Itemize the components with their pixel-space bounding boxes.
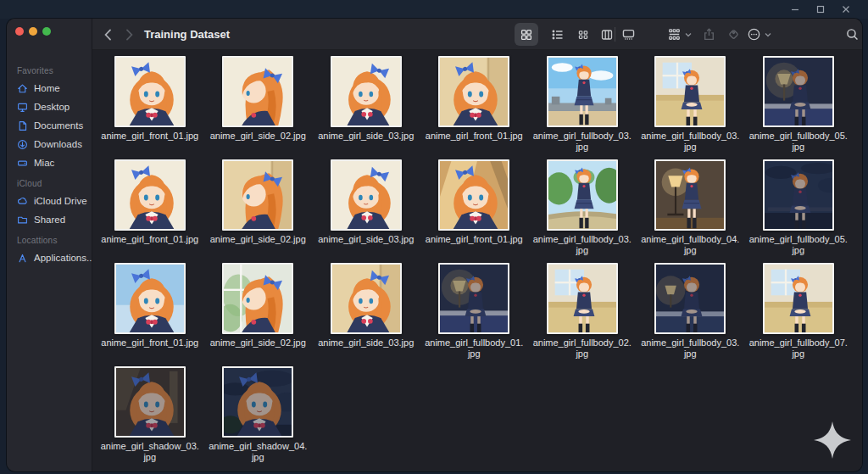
file-item[interactable]: anime_girl_fullbody_07. jpg bbox=[744, 263, 853, 366]
file-item[interactable]: anime_girl_shadow_04. jpg bbox=[204, 366, 313, 470]
zoom-traffic-light[interactable] bbox=[42, 27, 51, 36]
file-name: anime_girl_fullbody_02. jpg bbox=[533, 337, 632, 360]
file-thumbnail[interactable] bbox=[763, 159, 834, 231]
maximize-icon[interactable] bbox=[814, 3, 827, 16]
share-icon[interactable] bbox=[702, 19, 716, 50]
file-item[interactable]: anime_girl_fullbody_01. jpg bbox=[420, 263, 529, 366]
file-item[interactable]: anime_girl_fullbody_03. jpg bbox=[637, 56, 745, 159]
file-item[interactable]: anime_girl_front_01.jpg bbox=[420, 159, 529, 263]
file-thumbnail[interactable] bbox=[331, 159, 402, 231]
file-thumbnail[interactable] bbox=[331, 263, 402, 334]
file-item[interactable]: anime_girl_side_02.jpg bbox=[204, 263, 313, 366]
file-thumbnail[interactable] bbox=[763, 263, 834, 334]
file-item[interactable]: anime_girl_side_03.jpg bbox=[312, 56, 420, 159]
sidebar: FavoritesHomeDesktopDocumentsDownloadsMi… bbox=[7, 19, 92, 471]
file-item[interactable]: anime_girl_shadow_03. jpg bbox=[96, 366, 204, 470]
file-thumbnail[interactable] bbox=[114, 56, 186, 127]
file-item[interactable]: anime_girl_front_01.jpg bbox=[96, 56, 204, 159]
file-thumbnail[interactable] bbox=[547, 159, 618, 231]
file-item[interactable]: anime_girl_front_01.jpg bbox=[96, 263, 204, 366]
file-thumbnail[interactable] bbox=[222, 56, 293, 127]
sidebar-item-label: Downloads bbox=[34, 139, 82, 149]
file-thumbnail[interactable] bbox=[547, 263, 618, 334]
file-thumbnail[interactable] bbox=[222, 366, 293, 438]
file-thumbnail[interactable] bbox=[114, 366, 186, 438]
file-name: anime_girl_fullbody_05. jpg bbox=[749, 234, 848, 256]
more-options-chevron-icon[interactable] bbox=[764, 19, 772, 50]
file-thumbnail[interactable] bbox=[438, 56, 509, 127]
shared-folder-icon bbox=[17, 215, 28, 226]
os-window-controls bbox=[788, 3, 853, 16]
file-name: anime_girl_fullbody_03. jpg bbox=[533, 234, 632, 256]
os-titlebar bbox=[0, 0, 868, 19]
desktop-icon bbox=[17, 102, 28, 113]
file-thumbnail[interactable] bbox=[222, 159, 293, 231]
forward-icon[interactable] bbox=[121, 19, 136, 50]
file-thumbnail[interactable] bbox=[763, 56, 834, 127]
download-icon bbox=[17, 139, 28, 150]
file-thumbnail[interactable] bbox=[654, 159, 726, 231]
file-thumbnail[interactable] bbox=[438, 263, 509, 334]
icon-view-icon[interactable] bbox=[520, 19, 533, 50]
file-name: anime_girl_side_03.jpg bbox=[318, 234, 414, 245]
file-item[interactable]: anime_girl_side_02.jpg bbox=[204, 56, 313, 159]
sidebar-item-icloud-drive[interactable]: iCloud Drive bbox=[7, 192, 92, 210]
file-item[interactable]: anime_girl_fullbody_02. jpg bbox=[528, 263, 637, 366]
sidebar-item-desktop[interactable]: Desktop bbox=[7, 98, 92, 116]
file-thumbnail[interactable] bbox=[438, 159, 509, 231]
sidebar-item-label: Documents bbox=[34, 120, 83, 131]
tag-icon[interactable] bbox=[726, 19, 741, 50]
minimize-traffic-light[interactable] bbox=[29, 27, 37, 36]
minimize-icon[interactable] bbox=[788, 3, 802, 16]
file-item[interactable]: anime_girl_fullbody_03. jpg bbox=[528, 56, 637, 159]
file-name: anime_girl_side_02.jpg bbox=[210, 234, 306, 245]
file-item[interactable]: anime_girl_front_01.jpg bbox=[420, 56, 529, 159]
column-view-icon[interactable] bbox=[600, 19, 614, 50]
sidebar-item-downloads[interactable]: Downloads bbox=[7, 135, 92, 153]
file-thumbnail[interactable] bbox=[547, 56, 618, 127]
file-grid: anime_girl_front_01.jpg anime_girl_side_… bbox=[92, 50, 862, 470]
sparkle-icon[interactable] bbox=[813, 421, 852, 460]
close-icon[interactable] bbox=[839, 3, 853, 16]
file-thumbnail[interactable] bbox=[222, 263, 293, 334]
group-by-chevron-icon[interactable] bbox=[684, 19, 693, 50]
file-thumbnail[interactable] bbox=[654, 263, 726, 334]
cloud-icon bbox=[17, 196, 28, 207]
file-thumbnail[interactable] bbox=[654, 56, 726, 127]
file-item[interactable]: anime_girl_fullbody_05. jpg bbox=[744, 159, 853, 263]
gallery-grid-view-icon[interactable] bbox=[576, 19, 590, 50]
sidebar-item-documents[interactable]: Documents bbox=[7, 116, 92, 135]
file-name: anime_girl_side_03.jpg bbox=[318, 131, 414, 142]
sidebar-section-header: iCloud bbox=[7, 172, 92, 192]
file-item[interactable]: anime_girl_side_03.jpg bbox=[312, 159, 420, 263]
sidebar-item-home[interactable]: Home bbox=[7, 79, 92, 98]
file-name: anime_girl_fullbody_03. jpg bbox=[641, 337, 739, 360]
file-thumbnail[interactable] bbox=[114, 159, 186, 231]
file-thumbnail[interactable] bbox=[114, 263, 186, 334]
document-icon bbox=[17, 120, 28, 131]
back-icon[interactable] bbox=[101, 19, 116, 50]
sidebar-section-header: Favorites bbox=[7, 59, 92, 79]
file-item[interactable]: anime_girl_fullbody_03. jpg bbox=[528, 159, 637, 263]
sidebar-item-applications[interactable]: Applications... bbox=[7, 248, 92, 267]
group-by-icon[interactable] bbox=[667, 19, 682, 50]
sidebar-item-label: Desktop bbox=[34, 102, 70, 112]
drive-icon bbox=[17, 158, 28, 169]
list-view-icon[interactable] bbox=[551, 19, 565, 50]
file-item[interactable]: anime_girl_fullbody_04. jpg bbox=[637, 159, 745, 263]
file-item[interactable]: anime_girl_fullbody_03. jpg bbox=[637, 263, 745, 366]
file-item[interactable]: anime_girl_front_01.jpg bbox=[96, 159, 204, 263]
more-options-icon[interactable] bbox=[747, 19, 761, 50]
close-traffic-light[interactable] bbox=[15, 27, 24, 36]
file-name: anime_girl_side_02.jpg bbox=[210, 131, 306, 142]
file-name: anime_girl_fullbody_05. jpg bbox=[749, 131, 848, 153]
toolbar-separator bbox=[615, 27, 615, 42]
gallery-view-icon[interactable] bbox=[621, 19, 636, 50]
file-item[interactable]: anime_girl_side_03.jpg bbox=[312, 263, 420, 366]
file-item[interactable]: anime_girl_fullbody_05. jpg bbox=[744, 56, 853, 159]
sidebar-item-shared[interactable]: Shared bbox=[7, 210, 92, 229]
sidebar-item-miac[interactable]: Miac bbox=[7, 153, 92, 172]
search-icon[interactable] bbox=[845, 19, 860, 50]
file-item[interactable]: anime_girl_side_02.jpg bbox=[204, 159, 313, 263]
file-thumbnail[interactable] bbox=[331, 56, 402, 127]
